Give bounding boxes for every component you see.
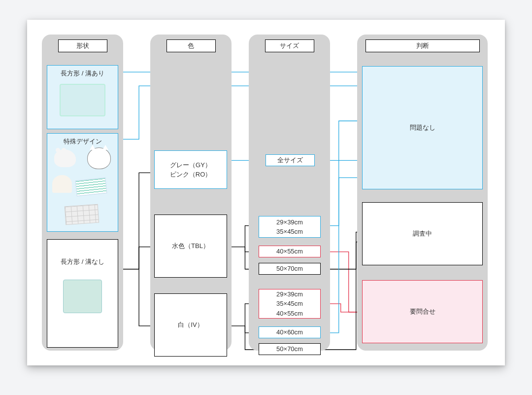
shape-rect-plain: 長方形 / 溝なし bbox=[47, 239, 118, 348]
stripe-mat-icon bbox=[75, 177, 107, 196]
decision-ok: 問題なし bbox=[362, 66, 483, 189]
size-tbl-a1-label: 29×39cm bbox=[276, 217, 303, 227]
size-iv-c: 50×70cm bbox=[259, 343, 321, 355]
size-all: 全サイズ bbox=[266, 154, 315, 166]
shell-icon bbox=[52, 175, 72, 193]
size-tbl-a2-label: 35×45cm bbox=[276, 227, 303, 237]
brick-mat-icon bbox=[65, 204, 99, 225]
size-tbl-c-label: 50×70cm bbox=[276, 264, 303, 274]
size-iv-c-label: 50×70cm bbox=[276, 344, 303, 354]
column-header-color: 色 bbox=[166, 39, 216, 52]
size-iv-a2-label: 35×45cm bbox=[276, 299, 303, 309]
size-all-label: 全サイズ bbox=[277, 155, 303, 165]
color-grey-label: グレー（GY） bbox=[170, 160, 211, 170]
size-tbl-b: 40×55cm bbox=[259, 246, 321, 257]
color-pink-label: ピンク（RO） bbox=[170, 170, 212, 180]
edge-rectplain-branch bbox=[119, 173, 154, 325]
size-iv-b: 40×60cm bbox=[259, 326, 321, 338]
decision-investigating-label: 調査中 bbox=[413, 229, 432, 239]
thumbnail-mat-groove bbox=[51, 78, 114, 122]
color-lightblue: 水色（TBL） bbox=[154, 215, 227, 278]
shape-rect-groove: 長方形 / 溝あり bbox=[47, 65, 118, 129]
size-iv-a3-label: 40×55cm bbox=[276, 309, 303, 319]
size-iv-a1-label: 29×39cm bbox=[276, 289, 303, 299]
shape-rect-groove-label: 長方形 / 溝あり bbox=[61, 69, 104, 78]
decision-ok-label: 問題なし bbox=[410, 123, 435, 133]
column-header-shape: 形状 bbox=[58, 39, 107, 52]
size-tbl-a: 29×39cm 35×45cm bbox=[259, 216, 321, 238]
size-tbl-c: 50×70cm bbox=[259, 263, 321, 275]
color-lightblue-label: 水色（TBL） bbox=[172, 241, 209, 251]
column-header-decision: 判断 bbox=[366, 39, 480, 52]
decision-investigating: 調査中 bbox=[362, 202, 483, 265]
size-tbl-b-label: 40×55cm bbox=[276, 247, 303, 256]
shape-rect-plain-label: 長方形 / 溝なし bbox=[61, 257, 104, 267]
thumbnail-mat-plain bbox=[51, 267, 114, 326]
decision-contact-label: 要問合せ bbox=[410, 307, 435, 317]
cat-icon bbox=[87, 147, 111, 169]
size-iv-b-label: 40×60cm bbox=[276, 327, 303, 337]
thumbnail-special-designs bbox=[51, 146, 114, 225]
column-header-size: サイズ bbox=[265, 39, 314, 52]
color-white: 白（IV） bbox=[154, 293, 227, 357]
bear-icon bbox=[54, 149, 76, 167]
shape-special-label: 特殊デザイン bbox=[64, 137, 102, 146]
color-grey-pink: グレー（GY） ピンク（RO） bbox=[154, 150, 227, 189]
size-iv-a: 29×39cm 35×45cm 40×55cm bbox=[259, 289, 321, 319]
diagram-stage: 形状 色 サイズ 判断 bbox=[42, 35, 490, 351]
shape-special: 特殊デザイン bbox=[47, 133, 118, 232]
decision-contact: 要問合せ bbox=[362, 280, 483, 343]
color-white-label: 白（IV） bbox=[178, 320, 203, 330]
